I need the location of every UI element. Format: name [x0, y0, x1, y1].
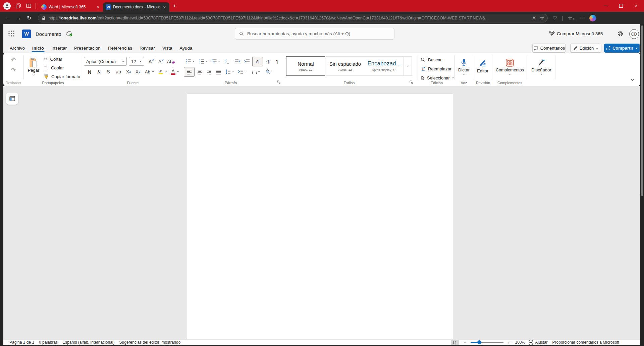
format-painter-button[interactable]: Copiar formato [44, 73, 80, 80]
cut-button[interactable]: ✂ Cortar [44, 55, 62, 63]
browser-essentials-icon[interactable]: ♡ [552, 15, 557, 21]
numbering-button[interactable]: 123 [197, 57, 209, 65]
subscript-button[interactable]: X2 [124, 67, 133, 76]
line-spacing-button[interactable] [223, 68, 236, 76]
workspaces-icon[interactable] [15, 3, 21, 9]
app-search-box[interactable] [235, 28, 394, 40]
copy-button[interactable]: Copiar [44, 64, 64, 71]
highlight-color-button[interactable] [156, 67, 168, 76]
copilot-icon[interactable] [589, 15, 596, 21]
paragraph-spacing-button[interactable] [236, 68, 249, 76]
editing-mode-button[interactable]: Edición [570, 44, 601, 53]
settings-gear-icon[interactable] [617, 31, 624, 37]
replace-button[interactable]: bc Reemplazar [421, 65, 451, 72]
status-word-count[interactable]: 0 palabras [39, 340, 58, 345]
settings-more-icon[interactable]: ⋯ [579, 14, 585, 21]
bold-button[interactable]: N [85, 67, 94, 76]
style-encabezado[interactable]: Encabezad...Aptos Display, 16 [365, 56, 404, 76]
collapse-ribbon-chevron-icon[interactable] [630, 77, 635, 82]
tab-archivo[interactable]: Archivo [6, 44, 29, 53]
select-button[interactable]: Seleccionar [421, 74, 454, 81]
font-name-combo[interactable]: Aptos (Cuerpo) [84, 57, 127, 66]
browser-tab-documento[interactable]: W Documento.docx - Microsoft Wor × [103, 2, 169, 12]
vertical-tabs-icon[interactable] [26, 3, 32, 9]
zoom-in-button[interactable]: + [507, 340, 511, 345]
back-icon[interactable]: ← [5, 15, 11, 21]
search-input[interactable] [247, 31, 394, 37]
find-button[interactable]: Buscar [421, 56, 441, 63]
checklist-button[interactable] [223, 57, 232, 65]
document-title[interactable]: Documento [36, 31, 61, 37]
browser-tab-word-home[interactable]: Word | Microsoft 365 × [39, 2, 103, 12]
page-view-button[interactable] [451, 340, 459, 345]
addins-button[interactable]: Complementos [494, 55, 525, 79]
status-editor-suggestions[interactable]: Sugerencias del editor: mostrando [119, 340, 181, 345]
zoom-slider-thumb[interactable] [477, 340, 481, 344]
show-paragraph-marks-button[interactable]: ¶ [273, 57, 281, 65]
forward-icon[interactable]: → [16, 15, 21, 21]
zoom-level[interactable]: 100% [515, 340, 526, 345]
refresh-icon[interactable]: ↻ [27, 15, 31, 21]
read-aloud-icon[interactable]: A) [533, 15, 536, 20]
dictate-button[interactable]: Dictar [455, 55, 473, 79]
tab-vista[interactable]: Vista [159, 44, 176, 53]
shrink-font-button[interactable]: A˅ [157, 57, 165, 66]
word-logo[interactable]: W [22, 30, 31, 38]
paragraph-dialog-launcher-icon[interactable] [277, 80, 281, 84]
ltr-text-direction-button[interactable]: ›¶ [252, 57, 263, 66]
shading-button[interactable] [263, 68, 276, 76]
underline-button[interactable]: S [104, 67, 113, 76]
designer-button[interactable]: Diseñador [529, 55, 554, 79]
tab-close-icon[interactable]: × [96, 5, 100, 10]
tab-referencias[interactable]: Referencias [104, 44, 136, 53]
browser-scrollbar-thumb[interactable] [641, 25, 643, 196]
styles-dialog-launcher-icon[interactable] [409, 80, 413, 84]
font-size-combo[interactable]: 12 [129, 57, 144, 66]
document-page[interactable] [187, 93, 453, 339]
increase-indent-button[interactable] [242, 57, 252, 65]
align-right-button[interactable] [205, 68, 213, 76]
navigation-pane-button[interactable] [6, 93, 18, 105]
share-button[interactable]: Compartir [604, 44, 640, 53]
tab-insertar[interactable]: Insertar [48, 44, 70, 53]
tab-revisar[interactable]: Revisar [136, 44, 159, 53]
bullets-button[interactable] [184, 57, 197, 65]
paste-button[interactable]: Pegar [25, 55, 42, 79]
save-status-cloud-icon[interactable] [66, 31, 73, 37]
feedback-link[interactable]: Proporcionar comentarios a Microsoft [552, 340, 619, 345]
align-left-button[interactable] [184, 67, 195, 77]
style-normal[interactable]: NormalAptos, 12 [286, 56, 325, 76]
minimize-button[interactable] [598, 0, 613, 12]
superscript-button[interactable]: X2 [133, 67, 142, 76]
app-launcher-waffle-icon[interactable] [8, 30, 15, 37]
style-sin-espaciado[interactable]: Sin espaciadoAptos, 12 [326, 56, 365, 76]
tab-close-icon[interactable]: × [162, 5, 167, 10]
maximize-button[interactable] [613, 0, 629, 12]
undo-button[interactable]: ↶ [9, 56, 18, 64]
rtl-text-direction-button[interactable]: ‹¶ [264, 57, 272, 65]
url-field[interactable]: https://onedrive.live.com/edit?action=ed… [38, 14, 548, 22]
zoom-slider[interactable] [471, 342, 503, 343]
close-button[interactable]: × [629, 0, 644, 12]
italic-button[interactable]: K [95, 67, 103, 76]
status-page-count[interactable]: Página 1 de 1 [9, 340, 34, 345]
tab-inicio[interactable]: Inicio [29, 44, 48, 53]
decrease-indent-button[interactable] [233, 57, 242, 65]
align-center-button[interactable] [195, 68, 204, 76]
fit-label[interactable]: Ajustar [535, 340, 547, 345]
multilevel-list-button[interactable] [210, 57, 222, 65]
font-color-button[interactable]: A [169, 67, 181, 76]
status-language[interactable]: Español (alfab. internacional) [62, 340, 114, 345]
styles-gallery-expand-button[interactable] [404, 56, 412, 76]
buy-microsoft365-link[interactable]: Comprar Microsoft 365 [557, 31, 603, 36]
tab-presentacion[interactable]: Presentación [70, 44, 104, 53]
comments-button[interactable]: Comentarios [532, 44, 566, 53]
strikethrough-button[interactable]: ab [113, 67, 123, 76]
account-avatar[interactable]: CD [629, 29, 639, 39]
borders-button[interactable] [250, 68, 262, 76]
favorites-bar-icon[interactable]: ☆≡ [568, 15, 575, 21]
new-tab-button[interactable]: + [173, 3, 176, 9]
zoom-out-button[interactable]: − [464, 340, 467, 345]
change-case-button[interactable]: Ab [144, 67, 156, 76]
clear-formatting-button[interactable]: Ab [166, 57, 176, 66]
